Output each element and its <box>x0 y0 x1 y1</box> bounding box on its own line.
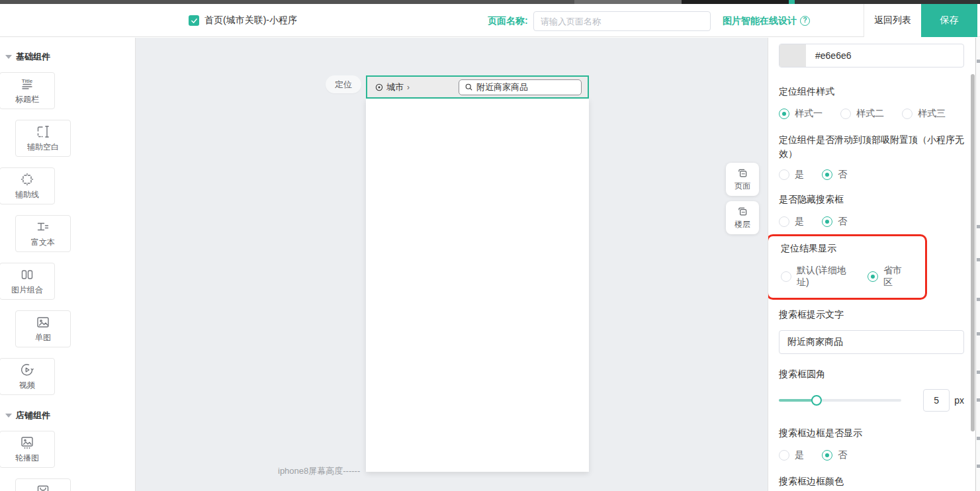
help-icon[interactable]: ? <box>800 16 810 26</box>
component-card-video[interactable]: 视频 <box>0 358 55 395</box>
component-card-carousel[interactable]: 轮播图 <box>0 431 55 468</box>
collapse-arrow-icon <box>5 414 12 418</box>
section-basic-components[interactable]: 基础组件 <box>0 51 135 63</box>
radio-result-default[interactable]: 默认(详细地址) <box>781 265 852 289</box>
radio-sticky-yes[interactable]: 是 <box>779 169 804 181</box>
rich-text-icon <box>35 219 51 235</box>
style-radio-group: 样式一 样式二 样式三 <box>779 108 975 120</box>
blank-icon <box>35 124 51 140</box>
checkbox-checked-icon[interactable] <box>189 15 199 26</box>
main-area: 基础组件 Title 标题栏 辅助空白 辅助线 富文本 图片组合 <box>0 38 980 491</box>
radio-icon <box>902 109 913 119</box>
radius-value-input[interactable] <box>923 389 950 412</box>
radio-icon <box>822 450 832 461</box>
copy-icon <box>736 167 748 179</box>
page-name-label: 页面名称: <box>488 15 528 26</box>
svg-text:Title: Title <box>22 78 33 84</box>
back-to-list-button[interactable]: 返回列表 <box>864 4 921 37</box>
radio-icon <box>781 271 791 282</box>
radio-icon <box>840 109 851 119</box>
phone-preview: 城市 › 附近商家商品 <box>366 75 589 472</box>
component-card-rich-text[interactable]: 富文本 <box>15 215 71 252</box>
component-card-product-list[interactable]: 商品列表 <box>15 478 71 491</box>
carousel-icon <box>19 435 35 451</box>
collapse-arrow-icon <box>5 55 12 59</box>
store-components-grid: 轮播图 商品列表 BTN 按钮组 定位 搜索框 公告 <box>0 431 132 491</box>
radio-style-2[interactable]: 样式二 <box>840 108 884 120</box>
radio-icon <box>779 169 789 180</box>
canvas-workspace[interactable]: iphone8屏幕高度------ 定位 城市 › 附近商家商品 页面 <box>136 38 768 491</box>
search-hint-label: 搜索框提示文字 <box>779 308 968 322</box>
single-image-icon <box>35 314 51 330</box>
component-card-single-image[interactable]: 单图 <box>15 310 71 347</box>
color-swatch[interactable] <box>780 44 806 67</box>
smart-design-link[interactable]: 图片智能在线设计 ? <box>723 15 810 26</box>
style-group-label: 定位组件样式 <box>779 85 968 99</box>
radio-style-3[interactable]: 样式三 <box>902 108 946 120</box>
search-radius-label: 搜索框圆角 <box>779 367 968 381</box>
preview-search-box[interactable]: 附近商家商品 <box>459 79 582 95</box>
border-show-label: 搜索框边框是否显示 <box>779 426 968 440</box>
city-locate-icon <box>375 83 384 92</box>
radio-icon <box>779 216 789 227</box>
search-radius-row: px <box>779 389 964 412</box>
floor-settings-button[interactable]: 楼层 <box>726 201 759 234</box>
page-bg-color-input[interactable]: #e6e6e6 <box>779 44 964 67</box>
copy-icon <box>736 206 748 218</box>
selected-component-tag: 定位 <box>326 75 361 93</box>
radio-border-yes[interactable]: 是 <box>779 449 804 461</box>
component-card-title-bar[interactable]: Title 标题栏 <box>0 72 55 109</box>
radius-slider[interactable] <box>779 395 901 406</box>
border-color-label: 搜索框边框颜色 <box>779 474 968 488</box>
radio-icon <box>779 109 789 119</box>
sticky-group-label: 定位组件是否滑动到顶部吸附置顶（小程序无效） <box>779 133 968 161</box>
radio-hide-yes[interactable]: 是 <box>779 216 804 228</box>
top-toolbar: 首页(城市关联)-小程序 页面名称: 图片智能在线设计 ? 返回列表 保存 <box>0 4 980 37</box>
hide-search-label: 是否隐藏搜索框 <box>779 193 968 206</box>
guide-line-icon <box>19 171 35 187</box>
red-highlight-annotation: 定位结果显示 默认(详细地址) 省市区 <box>768 234 927 300</box>
slider-thumb[interactable] <box>811 395 822 406</box>
locator-component-selected[interactable]: 城市 › 附近商家商品 <box>366 75 589 99</box>
component-card-blank[interactable]: 辅助空白 <box>15 120 71 157</box>
image-group-icon <box>19 267 35 283</box>
component-sidebar: 基础组件 Title 标题栏 辅助空白 辅助线 富文本 图片组合 <box>0 38 136 491</box>
search-hint-input[interactable] <box>779 330 964 354</box>
radio-icon <box>822 216 832 227</box>
clipped-window-edge <box>975 38 980 491</box>
section-store-components[interactable]: 店铺组件 <box>0 410 135 422</box>
settings-panel: #e6e6e6 定位组件样式 样式一 样式二 样式三 定位组件是否滑动到顶部吸附… <box>768 38 975 491</box>
radio-icon <box>868 271 878 282</box>
basic-components-grid: Title 标题栏 辅助空白 辅助线 富文本 图片组合 单图 <box>0 72 132 406</box>
locate-result-radio-group: 默认(详细地址) 省市区 <box>781 265 925 289</box>
phone-canvas-empty[interactable] <box>366 99 589 472</box>
page-name-input[interactable] <box>533 11 711 31</box>
component-card-image-group[interactable]: 图片组合 <box>0 263 55 300</box>
radio-icon <box>822 169 832 180</box>
city-selector[interactable]: 城市 › <box>375 81 410 93</box>
page-type-checkbox-group[interactable]: 首页(城市关联)-小程序 <box>189 15 297 26</box>
iphone8-height-note: iphone8屏幕高度------ <box>278 465 360 477</box>
save-button[interactable]: 保存 <box>921 4 977 37</box>
chevron-right-icon: › <box>407 83 410 92</box>
product-list-icon <box>35 482 51 491</box>
radio-border-no[interactable]: 否 <box>822 449 847 461</box>
radius-unit: px <box>954 395 964 406</box>
radio-hide-no[interactable]: 否 <box>822 216 847 228</box>
component-card-guide-line[interactable]: 辅助线 <box>0 167 55 204</box>
video-icon <box>19 362 35 378</box>
locate-result-label: 定位结果显示 <box>781 242 970 255</box>
radio-sticky-no[interactable]: 否 <box>822 169 847 181</box>
panel-scrollbar[interactable] <box>971 74 975 431</box>
page-type-label: 首页(城市关联)-小程序 <box>204 15 297 26</box>
border-show-radio-group: 是 否 <box>779 449 975 461</box>
radio-result-region[interactable]: 省市区 <box>868 265 907 289</box>
radio-icon <box>779 450 789 461</box>
page-settings-button[interactable]: 页面 <box>726 163 759 196</box>
title-icon: Title <box>19 76 35 92</box>
hide-search-radio-group: 是 否 <box>779 216 975 228</box>
radio-style-1[interactable]: 样式一 <box>779 108 823 120</box>
search-icon <box>465 83 473 91</box>
sticky-radio-group: 是 否 <box>779 169 975 181</box>
